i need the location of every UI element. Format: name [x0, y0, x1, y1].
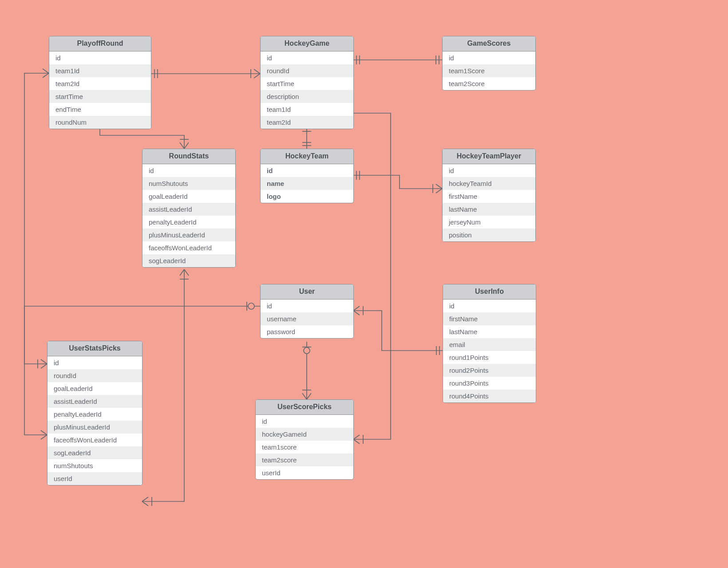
entity-field: team1Score: [443, 64, 535, 77]
entity-title: RoundStats: [142, 149, 235, 164]
entity-field: username: [261, 312, 353, 325]
entity-field: penaltyLeaderId: [142, 216, 235, 229]
entity-field: id: [443, 51, 535, 64]
entity-field: team1Id: [49, 64, 151, 77]
entity-field: id: [142, 164, 235, 177]
entity-field: id: [261, 300, 353, 312]
entity-field: sogLeaderId: [142, 254, 235, 267]
entity-field: team2score: [256, 454, 353, 466]
entity-field: plusMinusLeaderId: [47, 421, 142, 434]
entity-title: HockeyGame: [261, 36, 353, 51]
entity-field: team1score: [256, 441, 353, 454]
entity-field: id: [443, 164, 535, 177]
entity-hockey-team-player: HockeyTeamPlayer id hockeyTeamId firstNa…: [442, 149, 536, 242]
entity-field: startTime: [49, 90, 151, 103]
entity-user: User id username password: [260, 284, 354, 339]
entity-field: assistLeaderId: [142, 203, 235, 216]
entity-title: PlayoffRound: [49, 36, 151, 51]
entity-field: id: [443, 300, 536, 312]
entity-field: round1Points: [443, 351, 536, 364]
entity-title: HockeyTeamPlayer: [443, 149, 535, 164]
entity-field: round3Points: [443, 377, 536, 390]
entity-field: logo: [261, 190, 353, 203]
entity-user-info: UserInfo id firstName lastName email rou…: [443, 284, 536, 403]
entity-field: round2Points: [443, 364, 536, 377]
entity-field: team2Id: [49, 77, 151, 90]
entity-round-stats: RoundStats id numShutouts goalLeaderId a…: [142, 149, 236, 268]
entity-hockey-game: HockeyGame id roundId startTime descript…: [260, 36, 354, 129]
entity-field: goalLeaderId: [47, 382, 142, 395]
entity-field: numShutouts: [47, 459, 142, 472]
entity-title: UserStatsPicks: [47, 341, 142, 356]
entity-user-stats-picks: UserStatsPicks id roundId goalLeaderId a…: [47, 341, 142, 485]
entity-field: id: [261, 164, 353, 177]
entity-field: email: [443, 338, 536, 351]
entity-playoff-round: PlayoffRound id team1Id team2Id startTim…: [49, 36, 151, 129]
entity-field: round4Points: [443, 390, 536, 402]
entity-field: lastName: [443, 325, 536, 338]
entity-field: endTime: [49, 103, 151, 116]
entity-field: faceoffsWonLeaderId: [47, 434, 142, 446]
entity-field: id: [47, 356, 142, 369]
entity-field: team2Score: [443, 77, 535, 90]
entity-field: faceoffsWonLeaderId: [142, 241, 235, 254]
entity-field: id: [261, 51, 353, 64]
entity-field: roundNum: [49, 116, 151, 129]
entity-field: userId: [47, 472, 142, 485]
entity-field: roundId: [261, 64, 353, 77]
entity-field: hockeyTeamId: [443, 177, 535, 190]
entity-field: hockeyGameId: [256, 428, 353, 441]
entity-game-scores: GameScores id team1Score team2Score: [442, 36, 536, 91]
entity-field: userId: [256, 466, 353, 479]
entity-field: id: [256, 415, 353, 428]
svg-point-1: [248, 303, 254, 309]
entity-title: User: [261, 284, 353, 300]
entity-field: password: [261, 325, 353, 338]
entity-field: firstName: [443, 190, 535, 203]
entity-field: startTime: [261, 77, 353, 90]
entity-title: HockeyTeam: [261, 149, 353, 164]
entity-field: sogLeaderId: [47, 446, 142, 459]
entity-field: description: [261, 90, 353, 103]
entity-user-score-picks: UserScorePicks id hockeyGameId team1scor…: [255, 399, 354, 480]
svg-point-0: [304, 347, 310, 354]
entity-field: plusMinusLeaderId: [142, 229, 235, 241]
entity-field: team2Id: [261, 116, 353, 129]
entity-field: numShutouts: [142, 177, 235, 190]
entity-field: position: [443, 229, 535, 241]
entity-title: UserInfo: [443, 284, 536, 300]
entity-hockey-team: HockeyTeam id name logo: [260, 149, 354, 203]
entity-field: goalLeaderId: [142, 190, 235, 203]
entity-field: team1Id: [261, 103, 353, 116]
entity-field: id: [49, 51, 151, 64]
entity-field: roundId: [47, 369, 142, 382]
entity-title: UserScorePicks: [256, 400, 353, 415]
entity-field: assistLeaderId: [47, 395, 142, 408]
entity-field: name: [261, 177, 353, 190]
entity-field: firstName: [443, 312, 536, 325]
entity-field: lastName: [443, 203, 535, 216]
entity-title: GameScores: [443, 36, 535, 51]
entity-field: jerseyNum: [443, 216, 535, 229]
entity-field: penaltyLeaderId: [47, 408, 142, 421]
